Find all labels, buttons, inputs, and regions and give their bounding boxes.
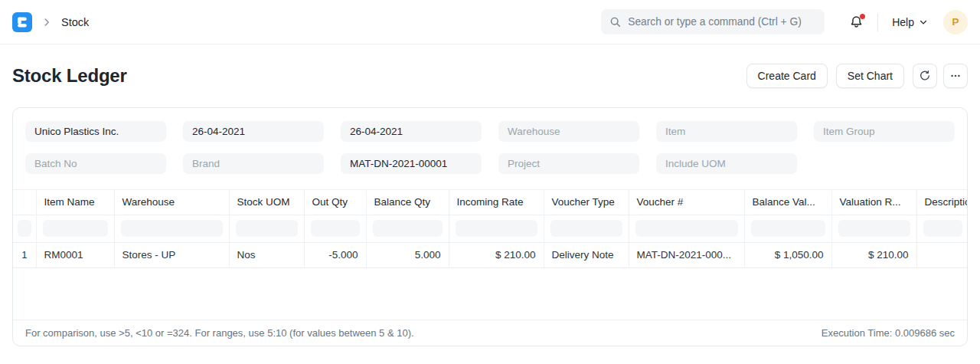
row-index: 1 bbox=[13, 242, 36, 267]
column-filter-input[interactable] bbox=[923, 220, 963, 237]
cell-voucher-type: Delivery Note bbox=[544, 242, 629, 267]
filter-voucher-no[interactable]: MAT-DN-2021-00001 bbox=[341, 153, 482, 174]
report-footer: For comparison, use >5, <10 or =324. For… bbox=[13, 320, 967, 346]
chevron-down-icon bbox=[919, 18, 928, 27]
filter-cell bbox=[114, 215, 229, 242]
set-chart-button[interactable]: Set Chart bbox=[836, 64, 904, 88]
cell-incoming-rate: $ 210.00 bbox=[449, 242, 544, 267]
navbar-right: Help P bbox=[601, 9, 968, 34]
notification-dot bbox=[860, 14, 865, 19]
global-search[interactable] bbox=[601, 9, 825, 34]
column-filter-row bbox=[13, 215, 968, 242]
column-filter-input[interactable] bbox=[635, 220, 738, 237]
search-icon bbox=[609, 16, 622, 28]
filter-project[interactable]: Project bbox=[498, 153, 639, 174]
filter-to-date[interactable]: 26-04-2021 bbox=[341, 121, 482, 142]
cell-warehouse: Stores - UP bbox=[114, 242, 229, 267]
cell-out-qty: -5.000 bbox=[304, 242, 366, 267]
navbar: Stock Help P bbox=[0, 0, 980, 44]
filter-warehouse[interactable]: Warehouse bbox=[498, 121, 639, 142]
filter-cell bbox=[366, 215, 449, 242]
cell-item-name: RM0001 bbox=[36, 242, 114, 267]
notifications-button[interactable] bbox=[849, 15, 864, 29]
column-filter-input[interactable] bbox=[236, 220, 298, 237]
avatar-initial: P bbox=[952, 16, 959, 28]
column-header-balance-qty[interactable]: Balance Qty bbox=[366, 190, 449, 215]
create-card-button[interactable]: Create Card bbox=[746, 64, 828, 88]
ellipsis-icon bbox=[949, 70, 962, 82]
column-filter-input[interactable] bbox=[456, 220, 537, 237]
filter-cell bbox=[916, 215, 968, 242]
column-filter-input[interactable] bbox=[838, 220, 910, 237]
app-logo[interactable] bbox=[12, 12, 32, 32]
cell-valuation-rate: $ 210.00 bbox=[831, 242, 916, 267]
column-header-stock-uom[interactable]: Stock UOM bbox=[229, 190, 304, 215]
table-header-row: Item Name Warehouse Stock UOM Out Qty Ba… bbox=[13, 190, 968, 215]
column-header-warehouse[interactable]: Warehouse bbox=[114, 190, 229, 215]
report-table: Item Name Warehouse Stock UOM Out Qty Ba… bbox=[13, 189, 967, 268]
column-filter-input[interactable] bbox=[751, 220, 825, 237]
filter-cell bbox=[449, 215, 544, 242]
page-actions: Create Card Set Chart bbox=[746, 64, 968, 88]
filter-item[interactable]: Item bbox=[656, 121, 797, 142]
navbar-divider bbox=[877, 13, 878, 31]
breadcrumb[interactable]: Stock bbox=[61, 16, 89, 28]
filter-item-group[interactable]: Item Group bbox=[814, 121, 955, 142]
column-header-rownum bbox=[13, 190, 36, 215]
filter-cell bbox=[629, 215, 744, 242]
cell-balance-value: $ 1,050.00 bbox=[744, 242, 831, 267]
refresh-icon bbox=[919, 70, 931, 82]
filter-cell bbox=[744, 215, 831, 242]
cell-stock-uom: Nos bbox=[229, 242, 304, 267]
column-filter-input[interactable] bbox=[311, 220, 360, 237]
filter-cell bbox=[544, 215, 629, 242]
execution-time: Execution Time: 0.009686 sec bbox=[822, 327, 955, 339]
cell-description bbox=[916, 242, 968, 267]
page-title: Stock Ledger bbox=[12, 65, 127, 87]
column-filter-input[interactable] bbox=[373, 220, 443, 237]
column-filter-input[interactable] bbox=[550, 220, 622, 237]
column-header-valuation-rate[interactable]: Valuation R... bbox=[831, 190, 916, 215]
menu-button[interactable] bbox=[943, 64, 968, 88]
filter-batch-no[interactable]: Batch No bbox=[25, 153, 166, 174]
filter-cell bbox=[36, 215, 114, 242]
filter-cell bbox=[229, 215, 304, 242]
column-header-balance-value[interactable]: Balance Val... bbox=[744, 190, 831, 215]
breadcrumb-chevron-icon bbox=[41, 17, 52, 28]
column-header-item-name[interactable]: Item Name bbox=[36, 190, 114, 215]
select-all-checkbox[interactable] bbox=[18, 220, 31, 237]
report-card: Unico Plastics Inc. 26-04-2021 26-04-202… bbox=[12, 107, 968, 346]
user-avatar[interactable]: P bbox=[943, 10, 968, 34]
cell-voucher-no: MAT-DN-2021-000... bbox=[629, 242, 744, 267]
table-empty-area bbox=[13, 268, 967, 320]
filter-hint-text: For comparison, use >5, <10 or =324. For… bbox=[25, 327, 414, 339]
navbar-left: Stock bbox=[12, 12, 89, 32]
column-filter-input[interactable] bbox=[121, 220, 223, 237]
filter-cell bbox=[304, 215, 366, 242]
filter-brand[interactable]: Brand bbox=[183, 153, 324, 174]
erpnext-logo-icon bbox=[12, 12, 32, 32]
filter-from-date[interactable]: 26-04-2021 bbox=[183, 121, 324, 142]
help-menu[interactable]: Help bbox=[892, 16, 928, 28]
filter-cell bbox=[831, 215, 916, 242]
column-header-description[interactable]: Description bbox=[916, 190, 968, 215]
column-header-incoming-rate[interactable]: Incoming Rate bbox=[449, 190, 544, 215]
column-header-voucher-no[interactable]: Voucher # bbox=[629, 190, 744, 215]
help-label: Help bbox=[892, 16, 914, 28]
page-header: Stock Ledger Create Card Set Chart bbox=[0, 44, 980, 107]
table-row[interactable]: 1 RM0001 Stores - UP Nos -5.000 5.000 $ … bbox=[13, 242, 968, 267]
report-filters: Unico Plastics Inc. 26-04-2021 26-04-202… bbox=[13, 108, 967, 189]
cell-balance-qty: 5.000 bbox=[366, 242, 449, 267]
refresh-button[interactable] bbox=[913, 64, 937, 88]
search-input[interactable] bbox=[628, 16, 816, 28]
filter-cell-rownum bbox=[13, 215, 36, 242]
column-header-out-qty[interactable]: Out Qty bbox=[304, 190, 366, 215]
column-filter-input[interactable] bbox=[43, 220, 108, 237]
column-header-voucher-type[interactable]: Voucher Type bbox=[544, 190, 629, 215]
filter-include-uom[interactable]: Include UOM bbox=[656, 153, 797, 174]
filter-company[interactable]: Unico Plastics Inc. bbox=[25, 121, 166, 142]
